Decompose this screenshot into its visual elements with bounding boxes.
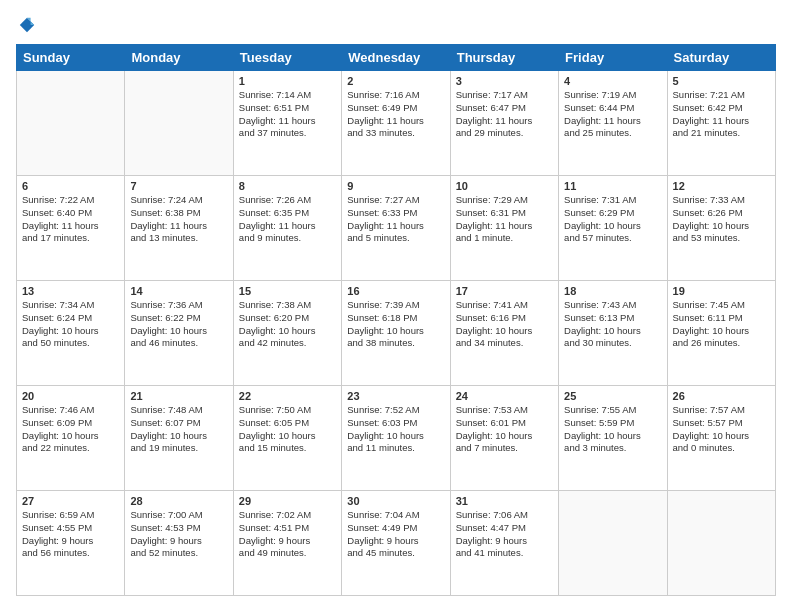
weekday-header-thursday: Thursday bbox=[450, 45, 558, 71]
calendar-cell: 19Sunrise: 7:45 AM Sunset: 6:11 PM Dayli… bbox=[667, 281, 775, 386]
day-info: Sunrise: 7:29 AM Sunset: 6:31 PM Dayligh… bbox=[456, 194, 553, 245]
calendar-cell: 10Sunrise: 7:29 AM Sunset: 6:31 PM Dayli… bbox=[450, 176, 558, 281]
calendar-cell: 3Sunrise: 7:17 AM Sunset: 6:47 PM Daylig… bbox=[450, 71, 558, 176]
calendar-cell: 22Sunrise: 7:50 AM Sunset: 6:05 PM Dayli… bbox=[233, 386, 341, 491]
calendar-cell: 28Sunrise: 7:00 AM Sunset: 4:53 PM Dayli… bbox=[125, 491, 233, 596]
calendar-cell: 16Sunrise: 7:39 AM Sunset: 6:18 PM Dayli… bbox=[342, 281, 450, 386]
calendar-cell: 30Sunrise: 7:04 AM Sunset: 4:49 PM Dayli… bbox=[342, 491, 450, 596]
day-number: 17 bbox=[456, 285, 553, 297]
day-number: 28 bbox=[130, 495, 227, 507]
calendar-cell: 25Sunrise: 7:55 AM Sunset: 5:59 PM Dayli… bbox=[559, 386, 667, 491]
day-info: Sunrise: 7:36 AM Sunset: 6:22 PM Dayligh… bbox=[130, 299, 227, 350]
calendar-cell: 4Sunrise: 7:19 AM Sunset: 6:44 PM Daylig… bbox=[559, 71, 667, 176]
day-number: 26 bbox=[673, 390, 770, 402]
day-info: Sunrise: 7:52 AM Sunset: 6:03 PM Dayligh… bbox=[347, 404, 444, 455]
calendar-cell: 29Sunrise: 7:02 AM Sunset: 4:51 PM Dayli… bbox=[233, 491, 341, 596]
day-number: 3 bbox=[456, 75, 553, 87]
day-info: Sunrise: 7:46 AM Sunset: 6:09 PM Dayligh… bbox=[22, 404, 119, 455]
day-info: Sunrise: 7:27 AM Sunset: 6:33 PM Dayligh… bbox=[347, 194, 444, 245]
day-info: Sunrise: 7:19 AM Sunset: 6:44 PM Dayligh… bbox=[564, 89, 661, 140]
calendar-cell: 2Sunrise: 7:16 AM Sunset: 6:49 PM Daylig… bbox=[342, 71, 450, 176]
day-number: 22 bbox=[239, 390, 336, 402]
day-number: 24 bbox=[456, 390, 553, 402]
calendar-cell: 9Sunrise: 7:27 AM Sunset: 6:33 PM Daylig… bbox=[342, 176, 450, 281]
day-info: Sunrise: 6:59 AM Sunset: 4:55 PM Dayligh… bbox=[22, 509, 119, 560]
day-info: Sunrise: 7:06 AM Sunset: 4:47 PM Dayligh… bbox=[456, 509, 553, 560]
weekday-header-monday: Monday bbox=[125, 45, 233, 71]
calendar-cell bbox=[17, 71, 125, 176]
logo bbox=[16, 16, 36, 34]
day-number: 15 bbox=[239, 285, 336, 297]
page-header bbox=[16, 16, 776, 34]
day-info: Sunrise: 7:53 AM Sunset: 6:01 PM Dayligh… bbox=[456, 404, 553, 455]
calendar-cell: 1Sunrise: 7:14 AM Sunset: 6:51 PM Daylig… bbox=[233, 71, 341, 176]
calendar-cell: 6Sunrise: 7:22 AM Sunset: 6:40 PM Daylig… bbox=[17, 176, 125, 281]
day-number: 14 bbox=[130, 285, 227, 297]
day-number: 5 bbox=[673, 75, 770, 87]
calendar-week-2: 6Sunrise: 7:22 AM Sunset: 6:40 PM Daylig… bbox=[17, 176, 776, 281]
calendar-cell: 23Sunrise: 7:52 AM Sunset: 6:03 PM Dayli… bbox=[342, 386, 450, 491]
calendar-cell: 12Sunrise: 7:33 AM Sunset: 6:26 PM Dayli… bbox=[667, 176, 775, 281]
calendar-week-4: 20Sunrise: 7:46 AM Sunset: 6:09 PM Dayli… bbox=[17, 386, 776, 491]
calendar-cell: 24Sunrise: 7:53 AM Sunset: 6:01 PM Dayli… bbox=[450, 386, 558, 491]
weekday-header-wednesday: Wednesday bbox=[342, 45, 450, 71]
calendar-cell: 13Sunrise: 7:34 AM Sunset: 6:24 PM Dayli… bbox=[17, 281, 125, 386]
calendar-cell: 14Sunrise: 7:36 AM Sunset: 6:22 PM Dayli… bbox=[125, 281, 233, 386]
day-info: Sunrise: 7:57 AM Sunset: 5:57 PM Dayligh… bbox=[673, 404, 770, 455]
day-number: 20 bbox=[22, 390, 119, 402]
day-info: Sunrise: 7:50 AM Sunset: 6:05 PM Dayligh… bbox=[239, 404, 336, 455]
day-number: 16 bbox=[347, 285, 444, 297]
calendar-cell bbox=[667, 491, 775, 596]
day-info: Sunrise: 7:43 AM Sunset: 6:13 PM Dayligh… bbox=[564, 299, 661, 350]
day-info: Sunrise: 7:39 AM Sunset: 6:18 PM Dayligh… bbox=[347, 299, 444, 350]
day-number: 2 bbox=[347, 75, 444, 87]
day-info: Sunrise: 7:02 AM Sunset: 4:51 PM Dayligh… bbox=[239, 509, 336, 560]
day-number: 4 bbox=[564, 75, 661, 87]
day-info: Sunrise: 7:24 AM Sunset: 6:38 PM Dayligh… bbox=[130, 194, 227, 245]
day-number: 6 bbox=[22, 180, 119, 192]
calendar-cell: 18Sunrise: 7:43 AM Sunset: 6:13 PM Dayli… bbox=[559, 281, 667, 386]
day-info: Sunrise: 7:38 AM Sunset: 6:20 PM Dayligh… bbox=[239, 299, 336, 350]
day-number: 8 bbox=[239, 180, 336, 192]
day-info: Sunrise: 7:21 AM Sunset: 6:42 PM Dayligh… bbox=[673, 89, 770, 140]
calendar-header-row: SundayMondayTuesdayWednesdayThursdayFrid… bbox=[17, 45, 776, 71]
day-info: Sunrise: 7:31 AM Sunset: 6:29 PM Dayligh… bbox=[564, 194, 661, 245]
day-number: 30 bbox=[347, 495, 444, 507]
calendar-cell: 17Sunrise: 7:41 AM Sunset: 6:16 PM Dayli… bbox=[450, 281, 558, 386]
day-number: 11 bbox=[564, 180, 661, 192]
weekday-header-tuesday: Tuesday bbox=[233, 45, 341, 71]
day-info: Sunrise: 7:45 AM Sunset: 6:11 PM Dayligh… bbox=[673, 299, 770, 350]
calendar-week-3: 13Sunrise: 7:34 AM Sunset: 6:24 PM Dayli… bbox=[17, 281, 776, 386]
calendar-cell: 31Sunrise: 7:06 AM Sunset: 4:47 PM Dayli… bbox=[450, 491, 558, 596]
calendar-cell: 20Sunrise: 7:46 AM Sunset: 6:09 PM Dayli… bbox=[17, 386, 125, 491]
day-number: 7 bbox=[130, 180, 227, 192]
day-info: Sunrise: 7:16 AM Sunset: 6:49 PM Dayligh… bbox=[347, 89, 444, 140]
day-info: Sunrise: 7:26 AM Sunset: 6:35 PM Dayligh… bbox=[239, 194, 336, 245]
day-number: 31 bbox=[456, 495, 553, 507]
day-info: Sunrise: 7:33 AM Sunset: 6:26 PM Dayligh… bbox=[673, 194, 770, 245]
calendar-cell: 8Sunrise: 7:26 AM Sunset: 6:35 PM Daylig… bbox=[233, 176, 341, 281]
day-info: Sunrise: 7:04 AM Sunset: 4:49 PM Dayligh… bbox=[347, 509, 444, 560]
day-number: 27 bbox=[22, 495, 119, 507]
day-info: Sunrise: 7:14 AM Sunset: 6:51 PM Dayligh… bbox=[239, 89, 336, 140]
calendar-cell: 27Sunrise: 6:59 AM Sunset: 4:55 PM Dayli… bbox=[17, 491, 125, 596]
calendar-cell: 5Sunrise: 7:21 AM Sunset: 6:42 PM Daylig… bbox=[667, 71, 775, 176]
day-number: 21 bbox=[130, 390, 227, 402]
day-number: 18 bbox=[564, 285, 661, 297]
day-number: 29 bbox=[239, 495, 336, 507]
calendar-cell: 7Sunrise: 7:24 AM Sunset: 6:38 PM Daylig… bbox=[125, 176, 233, 281]
day-info: Sunrise: 7:34 AM Sunset: 6:24 PM Dayligh… bbox=[22, 299, 119, 350]
day-number: 25 bbox=[564, 390, 661, 402]
calendar-cell bbox=[559, 491, 667, 596]
calendar-week-5: 27Sunrise: 6:59 AM Sunset: 4:55 PM Dayli… bbox=[17, 491, 776, 596]
weekday-header-saturday: Saturday bbox=[667, 45, 775, 71]
logo-icon bbox=[18, 16, 36, 34]
calendar-cell: 15Sunrise: 7:38 AM Sunset: 6:20 PM Dayli… bbox=[233, 281, 341, 386]
weekday-header-sunday: Sunday bbox=[17, 45, 125, 71]
day-number: 13 bbox=[22, 285, 119, 297]
day-info: Sunrise: 7:00 AM Sunset: 4:53 PM Dayligh… bbox=[130, 509, 227, 560]
day-number: 23 bbox=[347, 390, 444, 402]
weekday-header-friday: Friday bbox=[559, 45, 667, 71]
calendar-table: SundayMondayTuesdayWednesdayThursdayFrid… bbox=[16, 44, 776, 596]
day-info: Sunrise: 7:22 AM Sunset: 6:40 PM Dayligh… bbox=[22, 194, 119, 245]
